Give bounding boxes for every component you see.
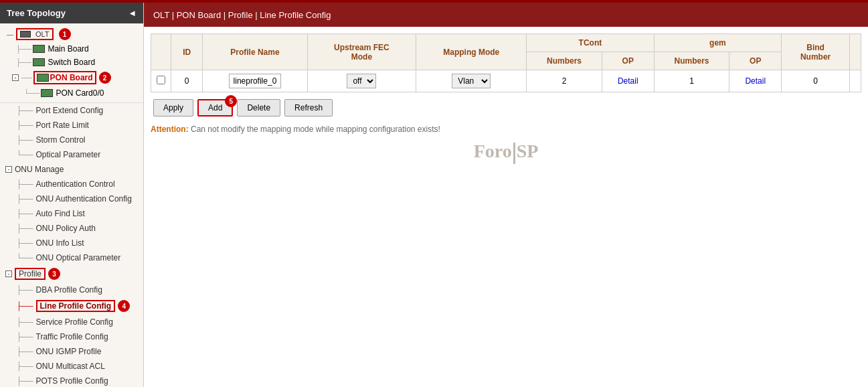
nav-auto-find-list[interactable]: ├── Auto Find List <box>0 206 143 221</box>
row-mapping-mode[interactable]: Vlan GEM Port <box>416 70 527 92</box>
line-profile-config-box: Line Profile Config <box>36 300 116 312</box>
nav-service-profile-config[interactable]: ├── Service Profile Config <box>0 315 143 329</box>
add-button[interactable]: Add 5 <box>197 99 233 117</box>
table-header-bind: BindNumber <box>782 34 850 70</box>
nav-onu-manage[interactable]: - ONU Manage <box>0 162 143 177</box>
switch-board-icon <box>33 58 45 66</box>
row-tcont-op[interactable]: Detail <box>602 70 654 92</box>
action-buttons: Apply Add 5 Delete Refresh <box>151 99 861 117</box>
switch-board-node[interactable]: ├── Switch Board <box>0 56 143 69</box>
profile-expand[interactable]: - <box>5 270 12 277</box>
mapping-mode-select[interactable]: Vlan GEM Port <box>452 74 491 88</box>
row-profile-name-cell: lineprofile_0 <box>203 70 307 92</box>
nav-onu-optical-parameter[interactable]: └── ONU Optical Parameter <box>0 250 143 265</box>
nav-onu-manage-label: ONU Manage <box>15 165 64 174</box>
profile-section-box: Profile <box>15 268 46 280</box>
nav-onu-igmp-profile[interactable]: ├── ONU IGMP Profile <box>0 344 143 359</box>
nav-authentication-control[interactable]: ├── Authentication Control <box>0 177 143 191</box>
nav-dba-profile-config[interactable]: ├── DBA Profile Config <box>0 283 143 297</box>
profile-badge: 3 <box>48 268 60 280</box>
breadcrumb-bar: OLT | PON Board | Profile | Line Profile… <box>144 3 868 27</box>
nav-traffic-profile-config[interactable]: ├── Traffic Profile Config <box>0 329 143 344</box>
row-gem-numbers: 1 <box>654 70 729 92</box>
pon-board-box: PON Board <box>33 71 96 84</box>
nav-onu-igmp-profile-label: ONU IGMP Profile <box>36 347 102 356</box>
tree-section: — OLT 1 ├── Main Board ├── <box>0 23 143 103</box>
apply-button[interactable]: Apply <box>153 99 193 117</box>
nav-pots-profile-config-label: POTS Profile Config <box>36 376 108 386</box>
content-body: ID Profile Name Upstream FECMode Mapping… <box>144 27 868 387</box>
nav-optical-parameter-label: Optical Parameter <box>36 150 101 159</box>
row-checkbox[interactable] <box>157 76 165 84</box>
sidebar: Tree Topology ◄ — OLT 1 ├── <box>0 3 144 387</box>
nav-port-rate-limit[interactable]: ├── Port Rate Limit <box>0 118 143 133</box>
row-checkbox-cell <box>151 70 171 92</box>
tcont-detail-button[interactable]: Detail <box>618 76 638 86</box>
nav-profile-section[interactable]: - Profile 3 <box>0 265 143 283</box>
nav-line-profile-config-label: Line Profile Config <box>40 301 112 311</box>
content-area: OLT | PON Board | Profile | Line Profile… <box>144 3 868 387</box>
table-header-upstream-fec-mode: Upstream FECMode <box>307 34 416 70</box>
table-header-gem-op: OP <box>729 52 782 70</box>
table-scrollbar-spacer <box>850 34 861 70</box>
nav-service-profile-config-label: Service Profile Config <box>36 317 113 327</box>
tree-topology-header: Tree Topology ◄ <box>0 3 143 23</box>
nav-onu-policy-auth-label: ONU Policy Auth <box>36 224 96 233</box>
table-header-profile-name: Profile Name <box>203 34 307 70</box>
upstream-fec-select[interactable]: off on <box>347 74 376 88</box>
pon-card-node[interactable]: └── PON Card0/0 <box>0 86 143 100</box>
gem-detail-button[interactable]: Detail <box>745 76 766 86</box>
nav-port-rate-limit-label: Port Rate Limit <box>36 121 89 130</box>
pon-board-node[interactable]: - ── PON Board 2 <box>0 69 143 86</box>
refresh-button[interactable]: Refresh <box>284 99 333 117</box>
nav-onu-authentication-config-label: ONU Authentication Config <box>36 194 132 204</box>
table-header-checkbox <box>151 34 171 70</box>
nav-port-extend-config[interactable]: ├── Port Extend Config <box>0 103 143 118</box>
nav-onu-info-list-label: ONU Info List <box>36 238 84 248</box>
line-profile-badge: 4 <box>118 300 130 312</box>
nav-port-extend-config-label: Port Extend Config <box>36 106 104 115</box>
row-upstream-fec-mode[interactable]: off on <box>307 70 416 92</box>
row-gem-op[interactable]: Detail <box>729 70 782 92</box>
row-id: 0 <box>171 70 203 92</box>
nav-line-profile-config[interactable]: ├── Line Profile Config 4 <box>0 297 143 315</box>
main-board-label: Main Board <box>48 44 88 54</box>
row-bind-number: 0 <box>782 70 850 92</box>
nav-storm-control[interactable]: ├── Storm Control <box>0 133 143 147</box>
olt-box: OLT <box>16 28 54 40</box>
add-button-label: Add <box>208 103 222 112</box>
olt-icon <box>20 31 31 37</box>
nav-onu-authentication-config[interactable]: ├── ONU Authentication Config <box>0 191 143 206</box>
switch-board-label: Switch Board <box>48 58 95 67</box>
nav-authentication-control-label: Authentication Control <box>36 179 115 189</box>
nav-pots-profile-config[interactable]: ├── POTS Profile Config <box>0 374 143 387</box>
attention-label: Attention: <box>151 125 189 134</box>
row-profile-name: lineprofile_0 <box>229 74 282 88</box>
delete-button[interactable]: Delete <box>237 99 280 117</box>
pon-card-label: PON Card0/0 <box>56 88 104 98</box>
row-scrollbar <box>850 70 861 92</box>
pon-board-expand[interactable]: - <box>12 74 19 81</box>
nav-onu-multicast-acl[interactable]: ├── ONU Multicast ACL <box>0 359 143 374</box>
pon-board-label: PON Board <box>50 73 93 82</box>
nav-onu-policy-auth[interactable]: ├── ONU Policy Auth <box>0 221 143 236</box>
nav-optical-parameter[interactable]: └── Optical Parameter <box>0 147 143 162</box>
olt-node[interactable]: — OLT 1 <box>3 26 143 42</box>
table-header-tcont-op: OP <box>602 52 654 70</box>
main-board-icon <box>33 45 45 53</box>
table-header-tcont-numbers: Numbers <box>527 52 602 70</box>
table-header-mapping-mode: Mapping Mode <box>416 34 527 70</box>
nav-auto-find-list-label: Auto Find List <box>36 209 85 218</box>
main-board-node[interactable]: ├── Main Board <box>0 42 143 56</box>
nav-onu-multicast-acl-label: ONU Multicast ACL <box>36 362 105 371</box>
olt-label: OLT <box>35 30 50 38</box>
onu-manage-expand[interactable]: - <box>5 166 12 173</box>
watermark-text: ForoSP <box>474 141 539 161</box>
nav-onu-info-list[interactable]: ├── ONU Info List <box>0 236 143 250</box>
table-header-gem: gem <box>654 34 782 52</box>
pon-board-icon <box>37 74 49 82</box>
olt-badge: 1 <box>59 28 71 40</box>
table-row: 0 lineprofile_0 off on <box>151 70 861 92</box>
breadcrumb: OLT | PON Board | Profile | Line Profile… <box>153 10 331 20</box>
tree-collapse-arrow[interactable]: ◄ <box>128 8 137 18</box>
